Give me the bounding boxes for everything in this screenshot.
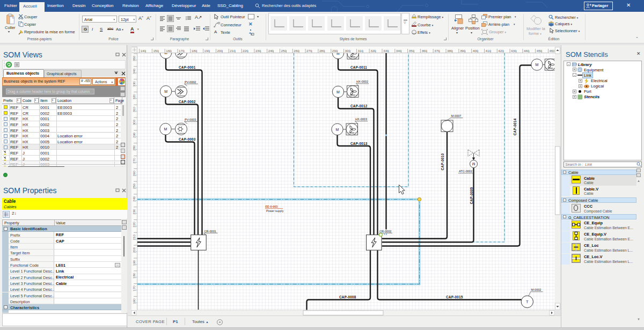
svg-text:250: 250 (132, 183, 136, 189)
svg-text:PV-0002: PV-0002 (185, 80, 196, 84)
svg-text:CR-0001: CR-0001 (204, 230, 216, 233)
svg-text:280: 280 (132, 145, 136, 151)
svg-text:160: 160 (132, 298, 136, 304)
svg-text:190: 190 (204, 49, 210, 53)
svg-text:CAP-0009: CAP-0009 (470, 187, 473, 204)
svg-text:350: 350 (409, 49, 415, 53)
svg-text:450: 450 (537, 49, 543, 53)
svg-text:460: 460 (550, 49, 555, 53)
svg-text:340: 340 (132, 68, 136, 74)
svg-text:170: 170 (179, 49, 185, 53)
svg-text:150: 150 (153, 49, 159, 53)
svg-text:420: 420 (498, 49, 504, 53)
svg-text:ATC-0002: ATC-0002 (459, 170, 472, 173)
svg-text:M: M (336, 90, 340, 94)
svg-text:M: M (472, 162, 475, 166)
svg-text:200: 200 (132, 247, 136, 253)
svg-text:CAP-0003: CAP-0003 (179, 137, 196, 141)
svg-text:330: 330 (383, 49, 389, 53)
svg-text:250: 250 (281, 49, 287, 53)
svg-text:260: 260 (132, 171, 136, 177)
svg-text:310: 310 (132, 106, 136, 112)
svg-text:Power supply: Power supply (266, 209, 284, 212)
svg-text:240: 240 (268, 49, 274, 53)
svg-text:190: 190 (132, 260, 136, 266)
svg-text:CAP-0002: CAP-0002 (179, 100, 196, 104)
svg-text:210: 210 (230, 49, 236, 53)
svg-text:CAP-0013: CAP-0013 (350, 142, 368, 145)
svg-text:280: 280 (319, 49, 325, 53)
svg-text:210: 210 (132, 234, 136, 240)
svg-text:220: 220 (243, 49, 248, 53)
svg-text:CAP-0010: CAP-0010 (441, 153, 444, 171)
svg-text:CAP-0012: CAP-0012 (350, 104, 368, 108)
svg-text:HX-0003: HX-0003 (355, 118, 367, 121)
svg-text:300: 300 (132, 119, 136, 125)
svg-text:320: 320 (370, 49, 376, 53)
svg-text:CAP-0001: CAP-0001 (179, 65, 196, 69)
svg-text:330: 330 (132, 81, 136, 87)
svg-text:140: 140 (141, 49, 147, 53)
svg-text:CAP-0015: CAP-0015 (446, 295, 463, 299)
svg-text:200: 200 (217, 49, 223, 53)
svg-text:230: 230 (255, 49, 261, 53)
svg-text:340: 340 (396, 49, 402, 53)
svg-text:CAP-0008: CAP-0008 (339, 295, 356, 299)
svg-text:170: 170 (132, 285, 136, 291)
svg-text:CAP-0011: CAP-0011 (350, 65, 367, 69)
svg-text:270: 270 (306, 49, 312, 53)
svg-text:180: 180 (132, 273, 136, 278)
svg-text:M: M (336, 128, 339, 131)
svg-text:T: T (526, 299, 529, 304)
svg-text:360: 360 (421, 49, 427, 53)
svg-text:260: 260 (294, 49, 299, 53)
svg-text:CR-0002: CR-0002 (379, 230, 391, 233)
svg-text:180: 180 (192, 49, 197, 53)
svg-text:290: 290 (332, 49, 338, 53)
svg-text:370: 370 (434, 49, 440, 53)
svg-text:HX-0002: HX-0002 (356, 80, 368, 83)
svg-text:CAP-0014: CAP-0014 (513, 119, 517, 136)
svg-text:290: 290 (132, 132, 136, 138)
svg-text:PV-0003: PV-0003 (185, 118, 196, 121)
svg-text:380: 380 (447, 49, 453, 53)
svg-text:400: 400 (473, 49, 479, 53)
svg-text:M: M (164, 127, 167, 131)
svg-text:390: 390 (460, 49, 466, 53)
svg-text:230: 230 (132, 209, 136, 215)
svg-text:160: 160 (166, 49, 172, 53)
svg-text:410: 410 (486, 49, 492, 53)
svg-text:M-0002: M-0002 (531, 288, 541, 291)
svg-text:350: 350 (132, 55, 136, 61)
svg-text:320: 320 (132, 94, 136, 100)
svg-text:300: 300 (345, 49, 351, 53)
svg-text:240: 240 (132, 196, 136, 202)
svg-text:220: 220 (132, 222, 136, 228)
svg-text:270: 270 (132, 158, 136, 164)
svg-text:430: 430 (511, 49, 517, 53)
svg-text:M: M (164, 90, 167, 93)
svg-text:M-0007: M-0007 (451, 114, 462, 118)
svg-text:440: 440 (524, 49, 530, 53)
svg-text:310: 310 (357, 49, 363, 53)
svg-text:M: M (536, 63, 539, 67)
svg-text:EE-0-003: EE-0-003 (266, 205, 278, 208)
